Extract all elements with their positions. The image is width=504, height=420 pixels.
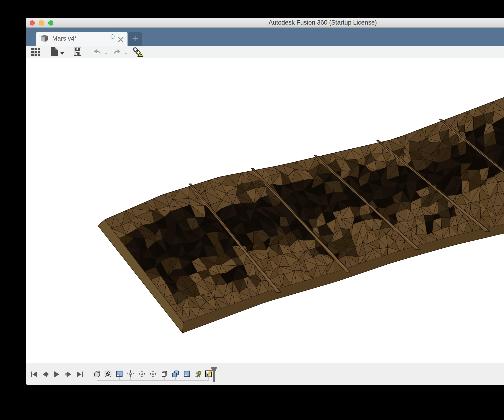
cube-icon [40,34,49,43]
tab-bar: Mars v4* + [26,28,504,46]
new-tab-button[interactable]: + [128,32,142,46]
quick-access-toolbar: ! [26,46,504,58]
redo-dropdown-caret-icon[interactable] [125,51,128,56]
skip-to-start-icon[interactable] [31,371,37,377]
redo-icon[interactable] [113,49,121,56]
zoom-button[interactable] [48,20,53,25]
undo-icon[interactable] [93,49,101,56]
timeline-playhead-marker[interactable] [210,367,218,383]
tab-label: Mars v4* [52,32,77,45]
tab-mars-v4[interactable]: Mars v4* [36,32,127,46]
file-icon[interactable] [51,47,58,57]
mars-terrain-model [26,58,504,363]
play-icon[interactable] [54,371,60,377]
timeline-group-bracket [95,376,212,382]
sync-ring-icon [111,34,114,39]
file-dropdown-caret-icon[interactable] [60,51,64,56]
fusion360-window: Autodesk Fusion 360 (Startup License) Ma… [26,18,504,385]
minimize-button[interactable] [39,20,44,25]
titlebar: Autodesk Fusion 360 (Startup License) [26,18,504,28]
skip-to-end-icon[interactable] [77,371,83,377]
save-icon[interactable] [74,48,81,57]
step-forward-icon[interactable] [65,371,72,377]
window-title: Autodesk Fusion 360 (Startup License) [269,18,377,27]
timeline-bar [26,363,504,385]
viewport-canvas[interactable] [26,58,504,363]
warning-exclaim: ! [140,53,141,57]
undo-dropdown-caret-icon[interactable] [104,51,108,56]
step-back-icon[interactable] [42,371,49,377]
app-grid-icon[interactable] [31,48,40,57]
close-button[interactable] [30,20,35,25]
link-warning-icon[interactable]: ! [132,47,143,58]
tab-close-button[interactable] [118,37,124,43]
